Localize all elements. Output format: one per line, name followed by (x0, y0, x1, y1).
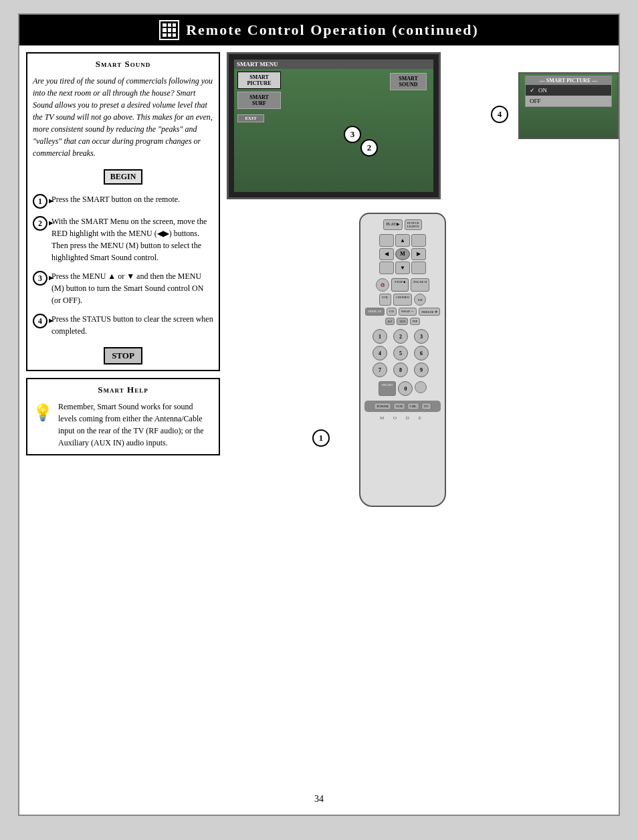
pause-button[interactable]: PAUSE II (411, 278, 429, 292)
begin-badge: BEGIN (104, 169, 143, 185)
dpad-empty-br (411, 261, 426, 274)
num-3[interactable]: 3 (414, 329, 429, 344)
remote-body: PLAY▶ STATUSLIGHTS ▲ ◀ M ▶ ▼ (359, 213, 446, 507)
smart-menu-bar: SMART MENU (234, 60, 433, 69)
num-0[interactable]: 0 (398, 381, 413, 396)
mute-row: 🔇 STOP ■ PAUSE II (364, 278, 441, 292)
off-option: OFF (526, 96, 611, 106)
step-2-circle: 2 (33, 216, 47, 231)
dpad-empty-bl (379, 261, 394, 274)
smart-help-section: Smart Help 💡 Remember, Smart Sound works… (26, 378, 220, 455)
lightbulb-icon: 💡 (33, 401, 53, 425)
step-3-circle: 3 (33, 271, 47, 286)
dpad-up[interactable]: ▲ (395, 234, 410, 247)
smart-menu-items: SMARTPICTURE SMARTSURF EXIT (237, 72, 281, 122)
smart-sound-menu-item: SMARTSOUND (390, 73, 427, 90)
label-1: 1 (312, 429, 330, 447)
tv-screen-secondary: — SMART PICTURE — ✓ ON OFF EXIT HELP (525, 72, 612, 121)
num-5[interactable]: 5 (393, 346, 408, 360)
play-button[interactable]: PLAY▶ (383, 219, 402, 230)
remote-numpad: 1 2 3 4 5 6 7 8 9 (373, 329, 433, 377)
left-column: Smart Sound Are you tired of the sound o… (26, 52, 220, 777)
page-number: 34 (314, 794, 324, 804)
step-4-circle: 4 (33, 314, 47, 328)
num-4[interactable]: 4 (373, 346, 387, 360)
main-content: Smart Sound Are you tired of the sound o… (19, 45, 619, 784)
stop-badge: STOP (104, 347, 142, 364)
function-row: DISPLAY CD SWAP ↔ FREEZE ❄ (364, 308, 441, 316)
smart-help-title: Smart Help (33, 385, 213, 395)
tv-screen-main: SMART MENU SMARTPICTURE SMARTSURF EXIT S… (227, 52, 441, 199)
step-2: 2 With the SMART Menu on the screen, mov… (33, 215, 213, 264)
vcr-button[interactable]: VCR (393, 403, 405, 410)
step-3-text: Press the MENU ▲ or ▼ and then the MENU … (51, 270, 213, 306)
freeze-button[interactable]: FREEZE ❄ (419, 308, 440, 316)
round-btn[interactable] (415, 381, 427, 393)
num-7[interactable]: 7 (373, 362, 387, 377)
display-button[interactable]: DISPLAY (365, 308, 385, 316)
intro-text: Are you tired of the sound of commercial… (33, 75, 213, 159)
dpad-down[interactable]: ▼ (395, 261, 410, 274)
checkmark-icon: ✓ (530, 87, 535, 94)
step-4-text: Press the STATUS button to clear the scr… (51, 313, 213, 337)
smart-row: SMART 0 (364, 381, 441, 396)
page-title: Remote Control Operation (continued) (186, 21, 479, 39)
power-row: POWER VCR CBL TV (364, 401, 441, 412)
label-2: 2 (360, 139, 378, 156)
remote-top-row: PLAY▶ STATUSLIGHTS (364, 219, 441, 230)
header-icon (159, 20, 179, 40)
label-4: 4 (491, 106, 508, 123)
vol-ch-row: VOL CH/INFO CH (364, 294, 441, 306)
vol-button[interactable]: VOL (379, 294, 391, 306)
smart-surf-item: SMARTSURF (237, 92, 281, 109)
num-9[interactable]: 9 (414, 362, 429, 377)
screen-size-row: 4:3 16:9 PIP (364, 318, 441, 325)
cd-button[interactable]: CD (387, 308, 397, 316)
smart-sound-box: Smart Sound Are you tired of the sound o… (26, 52, 220, 371)
ch-controls[interactable]: CH/INFO (393, 294, 412, 306)
step-3: 3 Press the MENU ▲ or ▼ and then the MEN… (33, 270, 213, 306)
dpad-left[interactable]: ◀ (379, 248, 394, 261)
label-3: 3 (344, 126, 361, 143)
tv-inner: SMART MENU SMARTPICTURE SMARTSURF EXIT S… (234, 60, 433, 192)
pip-button[interactable]: PIP (410, 318, 420, 325)
remote-control-area: PLAY▶ STATUSLIGHTS ▲ ◀ M ▶ ▼ (306, 213, 533, 500)
smart-sound-title: Smart Sound (33, 59, 213, 70)
page: Remote Control Operation (continued) Sma… (18, 13, 620, 816)
dpad-center-m[interactable]: M (395, 248, 410, 261)
num-8[interactable]: 8 (393, 362, 408, 377)
size-button[interactable]: 4:3 (385, 318, 395, 325)
num-2[interactable]: 2 (393, 329, 408, 344)
step-4: 4 Press the STATUS button to clear the s… (33, 313, 213, 337)
step-1-circle: 1 (33, 194, 47, 209)
dpad-right[interactable]: ▶ (411, 248, 426, 261)
smart-picture-label: — SMART PICTURE — (526, 76, 611, 85)
smart-picture-item: SMARTPICTURE (237, 72, 281, 89)
swap-button[interactable]: SWAP ↔ (399, 308, 417, 316)
num-6[interactable]: 6 (414, 346, 429, 360)
step-2-text: With the SMART Menu on the screen, move … (51, 215, 213, 264)
stop-button[interactable]: STOP ■ (391, 278, 409, 292)
power-button[interactable]: POWER (374, 403, 391, 410)
dpad-empty-tr (411, 234, 426, 247)
status-button[interactable]: STATUSLIGHTS (405, 219, 422, 230)
page-footer: 34 (19, 784, 619, 815)
dpad-empty-tl (379, 234, 394, 247)
cable-button[interactable]: CBL (407, 403, 419, 410)
help-content: 💡 Remember, Smart Sound works for sound … (33, 401, 213, 449)
smart-button[interactable]: SMART (379, 381, 397, 396)
mode-label: M O D E (380, 415, 425, 421)
smart-picture-panel: — SMART PICTURE — ✓ ON OFF (525, 76, 612, 107)
step-1: 1 Press the SMART button on the remote. (33, 193, 213, 209)
tv-button[interactable]: TV (421, 403, 431, 410)
mute-button[interactable]: 🔇 (376, 278, 389, 292)
num-1[interactable]: 1 (373, 329, 387, 344)
on-option: ✓ ON (526, 85, 611, 96)
step-1-text: Press the SMART button on the remote. (51, 193, 213, 205)
right-column: SMART MENU SMARTPICTURE SMARTSURF EXIT S… (227, 52, 612, 777)
exit-item: EXIT (237, 114, 264, 122)
remote-dpad: ▲ ◀ M ▶ ▼ (379, 234, 426, 274)
size-wide[interactable]: 16:9 (397, 318, 408, 325)
ch-button[interactable]: CH (414, 294, 426, 306)
help-text: Remember, Smart Sound works for sound le… (58, 401, 213, 449)
